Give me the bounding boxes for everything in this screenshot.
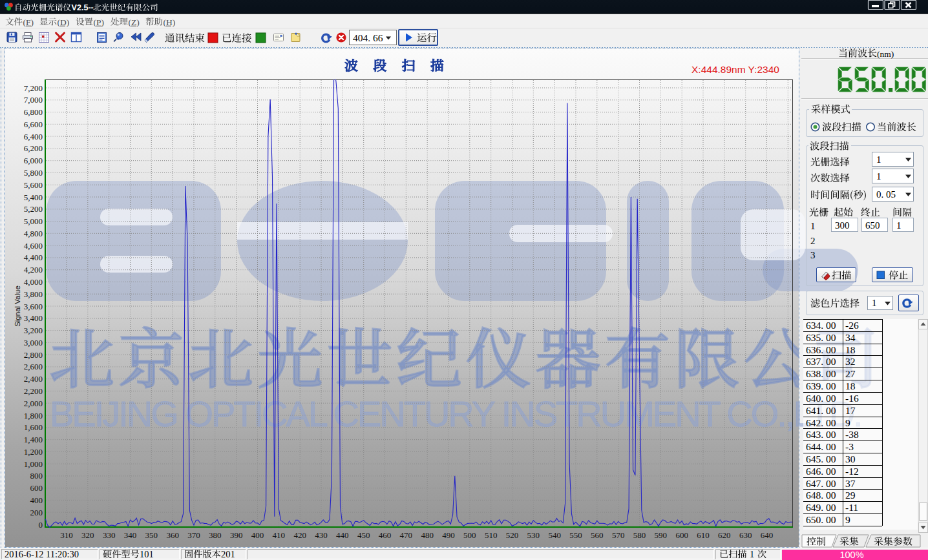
svg-text:BEIJING OPTICAL CENTURY INSTRU: BEIJING OPTICAL CENTURY INSTRUMENT CO.,L… (799, 393, 861, 434)
